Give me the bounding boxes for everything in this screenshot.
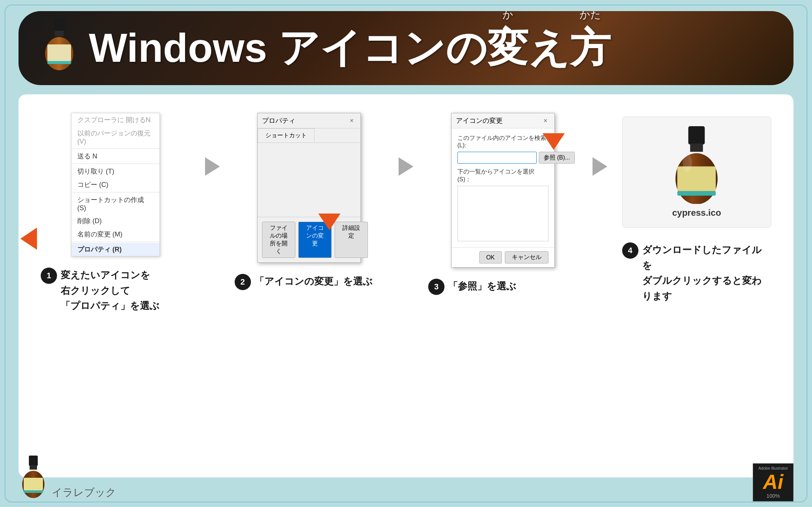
step-number-3: 3 bbox=[428, 279, 444, 295]
svg-rect-7 bbox=[690, 144, 703, 152]
svg-rect-0 bbox=[54, 19, 65, 31]
ci-close-btn[interactable]: × bbox=[541, 116, 550, 125]
step-1-desc: 1 変えたいアイコンを右クリックして「プロパティ」を選ぶ bbox=[41, 264, 190, 314]
dialog-body bbox=[258, 143, 360, 217]
dialog-tab-shortcut[interactable]: ショートカット bbox=[258, 128, 315, 142]
step-number-4: 4 bbox=[622, 242, 638, 259]
bottom-brand: イラレブック bbox=[52, 486, 116, 500]
ci-search-row: 参照 (B)... bbox=[457, 152, 548, 164]
menu-separator-3 bbox=[71, 192, 160, 192]
step-2-desc: 2 「アイコンの変更」を選ぶ bbox=[235, 270, 384, 290]
svg-rect-4 bbox=[47, 44, 71, 61]
step-1-container: クスプローラに 開けるN 以前のバージョンの復元 (V) 送る N 切り取り (… bbox=[41, 113, 190, 314]
arrow-right-1 bbox=[205, 157, 220, 176]
menu-item-cut: 切り取り (T) bbox=[71, 165, 160, 178]
ci-list-label: 下の一覧からアイコンを選択 (S)： bbox=[457, 168, 548, 184]
svg-rect-18 bbox=[24, 478, 43, 490]
ci-search-input[interactable] bbox=[457, 152, 537, 164]
header-banner: Windows アイコンの変かえ方かた bbox=[19, 11, 793, 85]
menu-item-properties[interactable]: プロパティ (R) bbox=[71, 243, 160, 256]
svg-point-13 bbox=[683, 154, 692, 172]
step-1-visual: クスプローラに 開けるN 以前のバージョンの復元 (V) 送る N 切り取り (… bbox=[41, 113, 190, 256]
svg-rect-12 bbox=[677, 191, 716, 195]
svg-rect-5 bbox=[47, 61, 71, 64]
context-menu: クスプローラに 開けるN 以前のバージョンの復元 (V) 送る N 切り取り (… bbox=[71, 113, 160, 256]
ci-icon-list bbox=[457, 186, 548, 241]
header-title: Windows アイコンの変かえ方かた bbox=[89, 21, 611, 76]
svg-rect-15 bbox=[30, 465, 37, 470]
menu-item-copy: コピー (C) bbox=[71, 178, 160, 191]
dialog-close-btn[interactable]: × bbox=[347, 116, 356, 125]
step-text-2: 「アイコンの変更」を選ぶ bbox=[255, 274, 373, 289]
menu-separator-2 bbox=[71, 164, 160, 164]
menu-item-delete: 削除 (D) bbox=[71, 214, 160, 228]
arrow-right-2 bbox=[399, 157, 413, 176]
dialog-footer: ファイルの場所を開く アイコンの変更 詳細設定 bbox=[258, 217, 360, 262]
menu-item-shortcut: ショートカットの作成 (S) bbox=[71, 193, 160, 214]
dialog-titlebar: プロパティ × bbox=[258, 113, 360, 128]
menu-item-send: 送る N bbox=[71, 150, 160, 163]
ci-browse-btn[interactable]: 参照 (B)... bbox=[539, 152, 575, 164]
properties-dialog: プロパティ × ショートカット ファイルの場所を開く アイコンの変更 詳細設定 bbox=[257, 113, 361, 263]
step-4-container: cypress.ico 4 ダウンロードしたファイルをダブルクリックすると変わり… bbox=[622, 113, 772, 304]
dialog-title: プロパティ bbox=[262, 116, 295, 125]
step4-box: cypress.ico bbox=[622, 117, 772, 228]
ruby-text-kata: かた bbox=[580, 11, 601, 22]
orange-arrow-step2 bbox=[318, 214, 340, 230]
arrow-connector-2 bbox=[395, 113, 417, 176]
ci-ok-btn[interactable]: OK bbox=[479, 251, 502, 263]
step-number-1: 1 bbox=[41, 268, 57, 284]
step4-bottle-svg bbox=[667, 126, 726, 204]
menu-item-rename: 名前の変更 (M) bbox=[71, 228, 160, 241]
step-2-visual: プロパティ × ショートカット ファイルの場所を開く アイコンの変更 詳細設定 bbox=[235, 113, 384, 263]
arrow-right-3 bbox=[593, 157, 607, 176]
step-text-3: 「参照」を選ぶ bbox=[448, 279, 516, 294]
svg-rect-11 bbox=[677, 167, 716, 191]
change-icon-dialog: アイコンの変更 × このファイル内のアイコンを検索 (L): 参照 (B)...… bbox=[451, 113, 555, 268]
step-number-2: 2 bbox=[235, 274, 251, 290]
ci-title: アイコンの変更 bbox=[456, 116, 503, 125]
filename-label: cypress.ico bbox=[672, 208, 721, 218]
orange-arrow-step3 bbox=[543, 133, 565, 150]
svg-rect-14 bbox=[29, 456, 38, 466]
arrow-connector-1 bbox=[201, 113, 224, 176]
svg-rect-6 bbox=[688, 126, 705, 144]
dialog-tabs: ショートカット bbox=[258, 128, 360, 143]
svg-rect-1 bbox=[55, 31, 64, 36]
header-bottle-icon bbox=[41, 19, 85, 78]
svg-rect-19 bbox=[24, 490, 43, 493]
bottom-bottle bbox=[19, 456, 48, 500]
ci-cancel-btn[interactable]: キャンセル bbox=[505, 251, 548, 263]
ci-footer: OK キャンセル bbox=[452, 247, 554, 267]
step-text-4: ダウンロードしたファイルをダブルクリックすると変わります bbox=[642, 242, 772, 304]
ci-search-label: このファイル内のアイコンを検索 (L): bbox=[457, 134, 548, 149]
ai-logo: Ai bbox=[763, 472, 784, 492]
main-content: クスプローラに 開けるN 以前のバージョンの復元 (V) 送る N 切り取り (… bbox=[19, 94, 793, 477]
ruby-text-ka: か bbox=[503, 11, 513, 22]
ci-titlebar: アイコンの変更 × bbox=[452, 113, 554, 128]
dialog-btn-open-location[interactable]: ファイルの場所を開く bbox=[262, 222, 295, 258]
ci-body: このファイル内のアイコンを検索 (L): 参照 (B)... 下の一覧からアイコ… bbox=[452, 128, 554, 247]
arrow-connector-3 bbox=[589, 113, 611, 176]
menu-separator-4 bbox=[71, 242, 160, 242]
ai-badge: Adobe Illustrator Ai 100% bbox=[753, 463, 793, 501]
step-3-container: アイコンの変更 × このファイル内のアイコンを検索 (L): 参照 (B)...… bbox=[428, 113, 578, 295]
step-3-visual: アイコンの変更 × このファイル内のアイコンを検索 (L): 参照 (B)...… bbox=[428, 113, 578, 268]
ai-badge-label: Adobe Illustrator bbox=[758, 466, 788, 470]
menu-item-restore: 以前のバージョンの復元 (V) bbox=[71, 127, 160, 148]
ai-percent: 100% bbox=[766, 493, 780, 499]
step-4-visual: cypress.ico bbox=[622, 113, 772, 231]
menu-item-explorer: クスプローラに 開けるN bbox=[71, 113, 160, 127]
step-2-container: プロパティ × ショートカット ファイルの場所を開く アイコンの変更 詳細設定 … bbox=[235, 113, 384, 290]
step-text-1: 変えたいアイコンを右クリックして「プロパティ」を選ぶ bbox=[61, 268, 160, 314]
orange-arrow-step1 bbox=[20, 228, 37, 250]
step-3-desc: 3 「参照」を選ぶ bbox=[428, 275, 578, 295]
step-4-desc: 4 ダウンロードしたファイルをダブルクリックすると変わります bbox=[622, 239, 772, 304]
menu-separator-1 bbox=[71, 148, 160, 149]
